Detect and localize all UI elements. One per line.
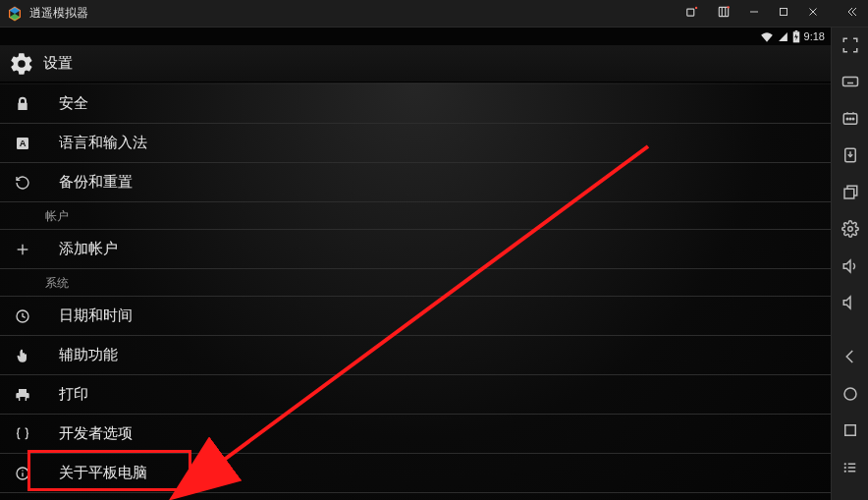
- svg-marker-36: [843, 297, 850, 308]
- settings-item-label: 日期和时间: [59, 306, 133, 325]
- language-icon: A: [14, 135, 31, 152]
- svg-point-19: [22, 470, 23, 471]
- settings-item-label: 开发者选项: [59, 424, 133, 443]
- settings-item-about[interactable]: 关于平板电脑: [0, 454, 831, 493]
- info-icon: [14, 465, 31, 482]
- nav-home-icon[interactable]: [840, 384, 861, 403]
- settings-item-label: 关于平板电脑: [59, 464, 147, 482]
- maximize-button[interactable]: [774, 4, 793, 23]
- svg-rect-2: [719, 7, 728, 16]
- battery-icon: [792, 30, 800, 43]
- close-button[interactable]: [803, 4, 823, 23]
- svg-rect-0: [687, 9, 694, 16]
- settings-gear-icon: [10, 52, 33, 76]
- volume-up-icon[interactable]: [840, 256, 861, 275]
- svg-rect-11: [794, 30, 797, 31]
- nav-back-icon[interactable]: [840, 348, 861, 366]
- svg-rect-7: [781, 9, 787, 16]
- settings-app-bar: 设置: [0, 45, 831, 83]
- svg-text:A: A: [20, 139, 27, 148]
- svg-point-39: [843, 463, 845, 465]
- svg-point-37: [844, 388, 856, 400]
- emulator-side-toolbar: [831, 28, 868, 500]
- app-logo-icon: [6, 5, 24, 23]
- minimize-button[interactable]: [744, 4, 764, 23]
- apk-icon[interactable]: [713, 3, 734, 24]
- keyboard-icon[interactable]: [840, 72, 861, 90]
- settings-item-partial[interactable]: [0, 83, 831, 84]
- settings-item-security[interactable]: 安全: [0, 84, 831, 124]
- settings-item-label: 安全: [59, 94, 88, 113]
- settings-item-developer[interactable]: 开发者选项: [0, 415, 831, 454]
- fullscreen-icon[interactable]: [840, 35, 861, 54]
- settings-list[interactable]: 安全 A 语言和输入法 备份和重置 帐户: [0, 83, 831, 500]
- settings-item-label: 语言和输入法: [59, 134, 147, 152]
- svg-rect-21: [842, 78, 857, 86]
- cellular-icon: [778, 31, 788, 42]
- svg-marker-35: [843, 260, 850, 272]
- android-screen: 9:18 设置 安全: [0, 28, 831, 500]
- status-time: 9:18: [804, 30, 825, 42]
- emulator-title: 逍遥模拟器: [29, 5, 681, 22]
- window-controls: [681, 3, 862, 24]
- section-header-accounts: 帐户: [0, 202, 831, 230]
- svg-rect-38: [844, 425, 855, 436]
- settings-item-accessibility[interactable]: 辅助功能: [0, 336, 831, 375]
- android-status-bar: 9:18: [0, 28, 831, 45]
- nav-recent-icon[interactable]: [840, 421, 861, 440]
- settings-item-label: 打印: [59, 385, 88, 404]
- svg-point-28: [846, 118, 848, 120]
- multi-instance-icon[interactable]: [681, 3, 703, 24]
- wifi-icon: [760, 31, 774, 42]
- plus-icon: [14, 241, 31, 258]
- expand-panel-button[interactable]: [841, 4, 862, 23]
- svg-point-34: [847, 227, 852, 232]
- install-apk-icon[interactable]: [840, 145, 861, 164]
- settings-item-label: 备份和重置: [59, 173, 133, 192]
- multi-window-icon[interactable]: [840, 183, 861, 201]
- backup-icon: [14, 174, 31, 192]
- volume-down-icon[interactable]: [840, 293, 861, 311]
- svg-point-40: [843, 467, 845, 469]
- settings-icon[interactable]: [840, 219, 861, 238]
- settings-item-add-account[interactable]: 添加帐户: [0, 230, 831, 269]
- more-icon[interactable]: [840, 458, 861, 476]
- section-header-system: 系统: [0, 269, 831, 297]
- svg-point-41: [843, 471, 845, 472]
- lock-icon: [14, 95, 31, 113]
- settings-item-print[interactable]: 打印: [0, 375, 831, 415]
- printer-icon: [14, 386, 31, 404]
- settings-item-language[interactable]: A 语言和输入法: [0, 124, 831, 163]
- settings-title: 设置: [43, 54, 73, 73]
- emulator-titlebar: 逍遥模拟器: [0, 0, 868, 28]
- keymap-icon[interactable]: [840, 109, 861, 128]
- clock-icon: [14, 307, 31, 325]
- svg-point-5: [728, 6, 730, 8]
- settings-item-datetime[interactable]: 日期和时间: [0, 297, 831, 336]
- svg-point-29: [849, 118, 851, 120]
- settings-item-label: 辅助功能: [59, 346, 118, 364]
- settings-item-backup[interactable]: 备份和重置: [0, 163, 831, 202]
- hand-icon: [14, 347, 31, 364]
- settings-item-label: 添加帐户: [59, 240, 118, 258]
- svg-rect-33: [844, 189, 854, 198]
- svg-point-1: [695, 7, 697, 9]
- braces-icon: [14, 425, 31, 443]
- svg-point-30: [852, 118, 854, 120]
